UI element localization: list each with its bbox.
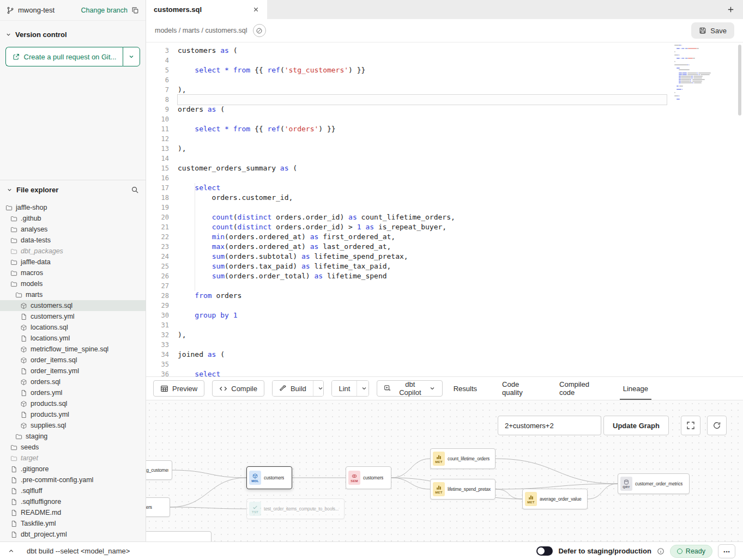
line-number[interactable]: 9: [146, 105, 169, 114]
code-line[interactable]: 13),: [146, 144, 667, 154]
dbt-copilot-button[interactable]: dbt Copilot: [377, 380, 443, 397]
code-line[interactable]: 14: [146, 154, 667, 163]
line-number[interactable]: 20: [146, 212, 169, 222]
lineage-node-customers_mdl[interactable]: MDLcustomers: [246, 466, 292, 489]
refresh-button[interactable]: [707, 416, 727, 435]
line-number[interactable]: 3: [146, 46, 169, 56]
code-line[interactable]: 35: [146, 360, 667, 369]
minimap[interactable]: [674, 45, 718, 100]
pr-dropdown-button[interactable]: [123, 47, 140, 66]
line-number[interactable]: 21: [146, 222, 169, 232]
lineage-node-stg_customers[interactable]: MDLstg_customers: [146, 460, 172, 480]
code-line[interactable]: 23 max(orders.ordered_at) as last_ordere…: [146, 242, 667, 252]
line-number[interactable]: 19: [146, 203, 169, 212]
code-line[interactable]: 8: [146, 95, 667, 105]
update-graph-button[interactable]: Update Graph: [603, 416, 669, 435]
file-tree-item[interactable]: orders.sql: [0, 376, 146, 387]
tab-lineage[interactable]: Lineage: [620, 377, 651, 400]
code-line[interactable]: 31: [146, 320, 667, 330]
code-line[interactable]: 20 count(distinct orders.order_id) as co…: [146, 212, 667, 222]
file-tree-item[interactable]: locations.sql: [0, 322, 146, 333]
file-tree-item[interactable]: macros: [0, 267, 146, 278]
model-status-button[interactable]: [253, 24, 266, 37]
file-tree-item[interactable]: models: [0, 278, 146, 289]
code-line[interactable]: 29: [146, 301, 667, 311]
file-tree-item[interactable]: .github: [0, 213, 146, 224]
code-line[interactable]: 36 select: [146, 369, 667, 376]
save-button[interactable]: Save: [691, 22, 734, 39]
code-line[interactable]: 6: [146, 75, 667, 85]
fullscreen-button[interactable]: [681, 416, 700, 435]
file-tree-item[interactable]: target: [0, 453, 146, 464]
code-line[interactable]: 3customers as (: [146, 46, 667, 56]
file-tree-item[interactable]: metricflow_time_spine.sql: [0, 344, 146, 355]
code-line[interactable]: 28 from orders: [146, 291, 667, 301]
defer-toggle[interactable]: [536, 546, 553, 556]
change-branch-link[interactable]: Change branch: [81, 7, 128, 14]
file-explorer-header[interactable]: File explorer: [0, 180, 146, 199]
code-line[interactable]: 34joined as (: [146, 350, 667, 360]
line-number[interactable]: 23: [146, 242, 169, 252]
code-line[interactable]: 9orders as (: [146, 105, 667, 114]
line-number[interactable]: 6: [146, 75, 169, 85]
command-text[interactable]: dbt build --select <model_name>: [27, 547, 130, 555]
code-line[interactable]: 19: [146, 203, 667, 212]
line-number[interactable]: 14: [146, 154, 169, 163]
line-number[interactable]: 36: [146, 369, 169, 376]
close-icon[interactable]: [252, 6, 259, 13]
line-number[interactable]: 12: [146, 134, 169, 144]
file-tree-item[interactable]: order_items.yml: [0, 366, 146, 376]
code-editor[interactable]: 3customers as (45 select * from {{ ref('…: [146, 42, 743, 376]
line-number[interactable]: 13: [146, 144, 169, 154]
file-tree-item[interactable]: Taskfile.yml: [0, 518, 146, 529]
file-tree-item[interactable]: analyses: [0, 224, 146, 235]
preview-button[interactable]: Preview: [153, 380, 204, 397]
file-tree-item[interactable]: dbt_project.yml: [0, 529, 146, 540]
file-tree-item[interactable]: staging: [0, 431, 146, 442]
file-tree-item[interactable]: jaffle-shop: [0, 202, 146, 213]
line-number[interactable]: 16: [146, 173, 169, 183]
lineage-node-partial_node[interactable]: [146, 531, 212, 541]
line-number[interactable]: 34: [146, 350, 169, 360]
file-tree-item[interactable]: customers.yml: [0, 311, 146, 322]
line-number[interactable]: 10: [146, 114, 169, 124]
code-line[interactable]: 27: [146, 281, 667, 291]
file-tree-item[interactable]: products.yml: [0, 409, 146, 420]
file-tree-item[interactable]: order_items.sql: [0, 355, 146, 366]
line-number[interactable]: 24: [146, 252, 169, 261]
code-line[interactable]: 15customer_orders_summary as (: [146, 163, 667, 173]
code-line[interactable]: 18 orders.customer_id,: [146, 193, 667, 203]
line-number[interactable]: 26: [146, 271, 169, 281]
file-tree-item[interactable]: .pre-commit-config.yaml: [0, 474, 146, 485]
more-options-button[interactable]: ...: [718, 544, 735, 558]
code-line[interactable]: 32),: [146, 330, 667, 340]
line-number[interactable]: 25: [146, 261, 169, 271]
compile-button[interactable]: Compile: [212, 380, 264, 397]
info-icon[interactable]: [657, 547, 665, 555]
expand-panel-button[interactable]: [8, 547, 15, 555]
file-tree-item[interactable]: seeds: [0, 442, 146, 453]
line-number[interactable]: 30: [146, 311, 169, 320]
scrollbar-thumb[interactable]: [738, 45, 741, 115]
file-tree-item[interactable]: .sqlfluffignore: [0, 496, 146, 507]
line-number[interactable]: 15: [146, 163, 169, 173]
lineage-node-orders_src[interactable]: MDLorders: [146, 497, 170, 517]
file-tree-item[interactable]: jaffle-data: [0, 257, 146, 267]
status-badge[interactable]: Ready: [670, 545, 712, 558]
file-tree-item[interactable]: supplies.sql: [0, 420, 146, 431]
code-line[interactable]: 26 sum(orders.order_total) as lifetime_s…: [146, 271, 667, 281]
line-number[interactable]: 4: [146, 56, 169, 65]
file-tree-item[interactable]: marts: [0, 289, 146, 300]
line-number[interactable]: 35: [146, 360, 169, 369]
line-number[interactable]: 22: [146, 232, 169, 242]
line-number[interactable]: 5: [146, 65, 169, 75]
code-line[interactable]: 11 select * from {{ ref('orders') }}: [146, 124, 667, 134]
editor-scrollbar[interactable]: [738, 44, 742, 375]
lint-dropdown-button[interactable]: [357, 381, 369, 396]
lineage-node-count_lifetime_orders[interactable]: METcount_lifetime_orders: [430, 448, 496, 469]
code-line[interactable]: 30 group by 1: [146, 311, 667, 320]
code-line[interactable]: 5 select * from {{ ref('stg_customers') …: [146, 65, 667, 75]
lint-button[interactable]: Lint: [332, 381, 357, 396]
file-tree-item[interactable]: orders.yml: [0, 387, 146, 398]
tab-customers-sql[interactable]: customers.sql: [146, 0, 267, 19]
